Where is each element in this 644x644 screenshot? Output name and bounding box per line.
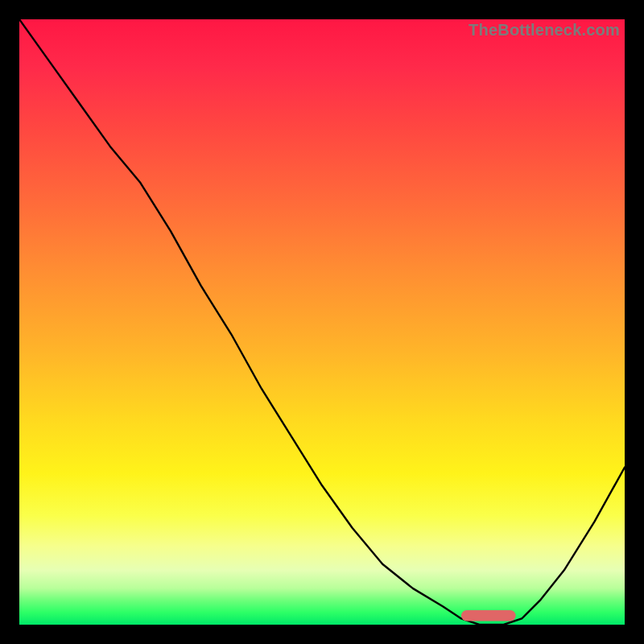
bottleneck-curve — [19, 19, 625, 625]
optimal-range-marker — [461, 610, 516, 621]
chart-frame: TheBottleneck.com — [0, 0, 644, 644]
plot-area: TheBottleneck.com — [19, 19, 625, 625]
chart-overlay — [19, 19, 625, 625]
